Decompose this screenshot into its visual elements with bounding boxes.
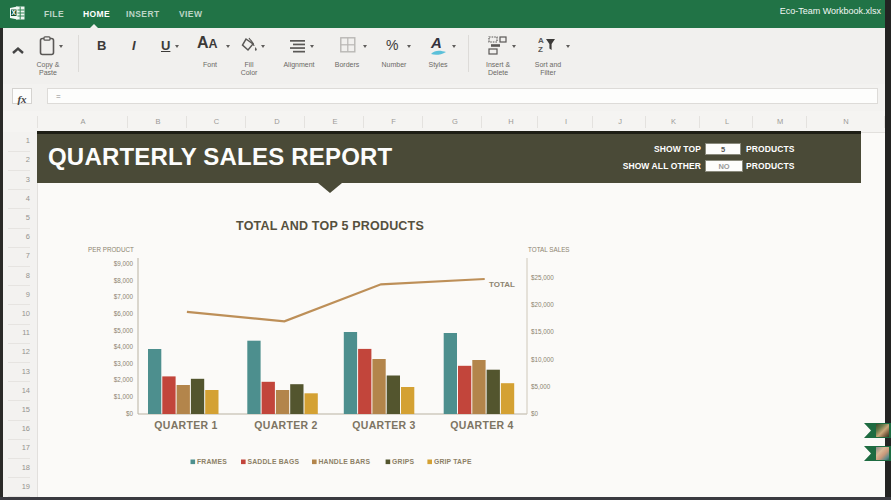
- svg-text:$20,000: $20,000: [531, 301, 554, 308]
- svg-text:GRIP TAPE: GRIP TAPE: [434, 458, 472, 465]
- svg-text:$0: $0: [126, 410, 134, 417]
- svg-text:SADDLE BAGS: SADDLE BAGS: [248, 458, 300, 465]
- svg-text:$5,000: $5,000: [114, 327, 134, 334]
- svg-text:$2,000: $2,000: [114, 376, 134, 383]
- svg-text:QUARTER 4: QUARTER 4: [450, 419, 513, 431]
- svg-text:$7,000: $7,000: [114, 293, 134, 300]
- svg-text:$5,000: $5,000: [531, 383, 551, 390]
- svg-text:TOTAL AND TOP 5 PRODUCTS: TOTAL AND TOP 5 PRODUCTS: [236, 219, 424, 233]
- svg-text:Z: Z: [538, 45, 543, 54]
- svg-text:$0: $0: [531, 410, 539, 417]
- svg-text:QUARTER 1: QUARTER 1: [154, 419, 217, 431]
- svg-text:$25,000: $25,000: [531, 274, 554, 281]
- svg-text:$9,000: $9,000: [114, 260, 134, 267]
- svg-text:$15,000: $15,000: [531, 328, 554, 335]
- svg-text:$3,000: $3,000: [114, 360, 134, 367]
- svg-text:$1,000: $1,000: [114, 393, 134, 400]
- svg-text:X: X: [11, 9, 16, 16]
- svg-text:$6,000: $6,000: [114, 310, 134, 317]
- svg-text:QUARTER 3: QUARTER 3: [352, 419, 415, 431]
- svg-text:$4,000: $4,000: [114, 343, 134, 350]
- svg-text:HANDLE BARS: HANDLE BARS: [319, 458, 371, 465]
- svg-text:$8,000: $8,000: [114, 277, 134, 284]
- svg-text:TOTAL: TOTAL: [489, 280, 515, 289]
- svg-text:GRIPS: GRIPS: [392, 458, 414, 465]
- svg-text:FRAMES: FRAMES: [197, 458, 227, 465]
- svg-text:A: A: [538, 36, 544, 45]
- svg-text:PER PRODUCT: PER PRODUCT: [88, 246, 134, 253]
- svg-text:QUARTER 2: QUARTER 2: [254, 419, 317, 431]
- svg-text:TOTAL SALES: TOTAL SALES: [528, 246, 570, 253]
- svg-text:$10,000: $10,000: [531, 356, 554, 363]
